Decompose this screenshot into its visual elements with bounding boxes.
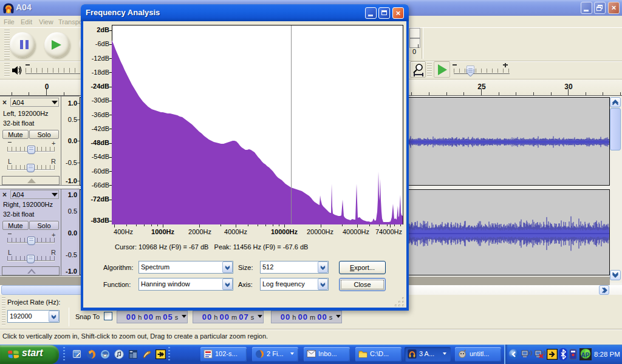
svg-text:AP: AP xyxy=(581,352,590,359)
